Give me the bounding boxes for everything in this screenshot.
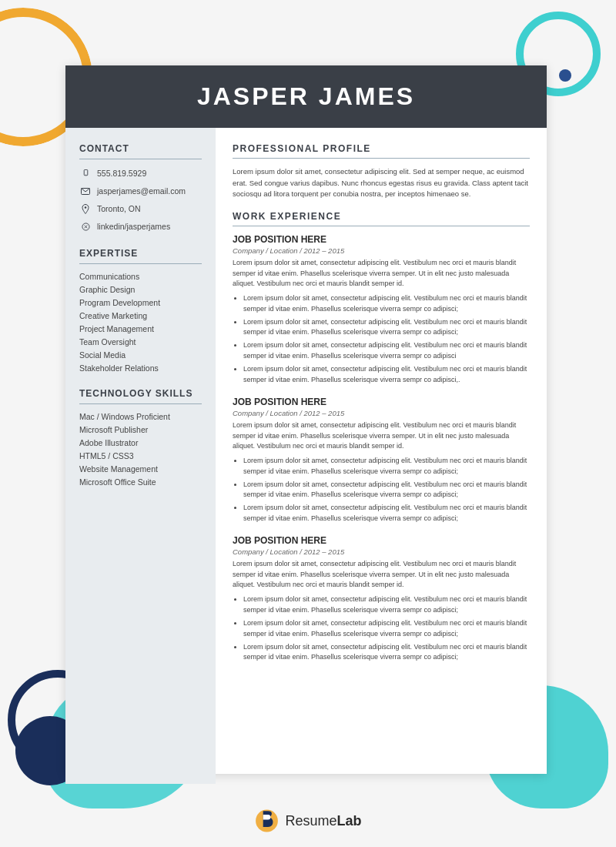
job-bullets: Lorem ipsum dolor sit amet, consectetur …	[233, 293, 530, 387]
main-content: PROFESSIONAL PROFILE Lorem ipsum dolor s…	[216, 128, 547, 784]
expertise-section: EXPERTISE CommunicationsGraphic DesignPr…	[79, 248, 202, 373]
location-text: Toronto, ON	[97, 204, 141, 213]
tech-item: Website Management	[79, 464, 202, 474]
job-desc: Lorem ipsum dolor sit amet, consectetur …	[233, 420, 530, 452]
expertise-item: Social Media	[79, 350, 202, 360]
svg-point-3	[85, 206, 87, 209]
svg-point-1	[85, 174, 86, 175]
job-desc: Lorem ipsum dolor sit amet, consectetur …	[233, 258, 530, 290]
linkedin-text: linkedin/jasperjames	[97, 222, 170, 231]
profile-text: Lorem ipsum dolor sit amet, consectetur …	[233, 166, 530, 200]
expertise-divider	[79, 263, 202, 264]
candidate-name: JASPER JAMES	[89, 82, 524, 111]
branding: ResumeLab	[254, 808, 361, 833]
phone-text: 555.819.5929	[97, 169, 146, 178]
expertise-item: Stakeholder Relations	[79, 363, 202, 373]
tech-list: Mac / Windows ProficientMicrosoft Publis…	[79, 412, 202, 487]
job-bullet: Lorem ipsum dolor sit amet, consectetur …	[243, 642, 530, 664]
job-section-2: JOB POSITION HERECompany / Location / 20…	[233, 535, 530, 663]
tech-divider	[79, 403, 202, 404]
job-section-1: JOB POSITION HERECompany / Location / 20…	[233, 397, 530, 524]
location-icon	[79, 203, 92, 215]
job-bullet: Lorem ipsum dolor sit amet, consectetur …	[243, 618, 530, 640]
work-section-title: WORK EXPERIENCE	[233, 211, 530, 222]
resume-body: CONTACT 555.819.5929	[65, 128, 547, 784]
expertise-item: Graphic Design	[79, 285, 202, 294]
tech-item: Microsoft Office Suite	[79, 477, 202, 487]
job-bullet: Lorem ipsum dolor sit amet, consectetur …	[243, 456, 530, 477]
email-item: jasperjames@email.com	[79, 185, 202, 197]
tech-item: Adobe Illustrator	[79, 438, 202, 447]
expertise-list: CommunicationsGraphic DesignProgram Deve…	[79, 272, 202, 373]
bg-decoration-dot	[559, 69, 571, 82]
job-bullet: Lorem ipsum dolor sit amet, consectetur …	[243, 317, 530, 339]
resumelab-logo	[254, 808, 279, 833]
job-meta: Company / Location / 2012 – 2015	[233, 409, 530, 417]
job-section-0: JOB POSITION HERECompany / Location / 20…	[233, 234, 530, 386]
resume-header: JASPER JAMES	[65, 65, 547, 128]
job-meta: Company / Location / 2012 – 2015	[233, 246, 530, 255]
contact-section: CONTACT 555.819.5929	[79, 143, 202, 233]
linkedin-item: linkedin/jasperjames	[79, 220, 202, 233]
expertise-item: Program Development	[79, 298, 202, 307]
profile-divider	[233, 158, 530, 159]
job-bullet: Lorem ipsum dolor sit amet, consectetur …	[243, 293, 530, 315]
linkedin-icon	[79, 220, 92, 233]
job-bullets: Lorem ipsum dolor sit amet, consectetur …	[233, 594, 530, 664]
job-bullet: Lorem ipsum dolor sit amet, consectetur …	[243, 340, 530, 362]
work-divider	[233, 226, 530, 226]
email-text: jasperjames@email.com	[97, 186, 186, 196]
tech-item: Microsoft Publisher	[79, 425, 202, 434]
sidebar: CONTACT 555.819.5929	[65, 128, 216, 784]
job-meta: Company / Location / 2012 – 2015	[233, 547, 530, 556]
phone-item: 555.819.5929	[79, 167, 202, 179]
brand-name: ResumeLab	[285, 813, 361, 829]
job-bullet: Lorem ipsum dolor sit amet, consectetur …	[243, 503, 530, 524]
expertise-item: Creative Marketing	[79, 311, 202, 320]
tech-item: Mac / Windows Proficient	[79, 412, 202, 421]
tech-section: TECHNOLOGY SKILLS Mac / Windows Proficie…	[79, 388, 202, 487]
resume-document: JASPER JAMES CONTACT 555.819.5929	[65, 65, 547, 774]
location-item: Toronto, ON	[79, 203, 202, 215]
expertise-title: EXPERTISE	[79, 248, 202, 259]
profile-section-title: PROFESSIONAL PROFILE	[233, 143, 530, 154]
contact-title: CONTACT	[79, 143, 202, 154]
email-icon	[79, 185, 92, 197]
job-desc: Lorem ipsum dolor sit amet, consectetur …	[233, 559, 530, 591]
job-title: JOB POSITION HERE	[233, 535, 530, 546]
job-bullet: Lorem ipsum dolor sit amet, consectetur …	[243, 480, 530, 501]
tech-title: TECHNOLOGY SKILLS	[79, 388, 202, 399]
job-title: JOB POSITION HERE	[233, 397, 530, 407]
jobs-container: JOB POSITION HERECompany / Location / 20…	[233, 234, 530, 663]
job-bullet: Lorem ipsum dolor sit amet, consectetur …	[243, 594, 530, 616]
job-bullets: Lorem ipsum dolor sit amet, consectetur …	[233, 456, 530, 525]
expertise-item: Project Management	[79, 324, 202, 333]
phone-icon	[79, 167, 92, 179]
tech-item: HTML5 / CSS3	[79, 451, 202, 460]
contact-divider	[79, 159, 202, 159]
job-title: JOB POSITION HERE	[233, 234, 530, 245]
expertise-item: Team Oversight	[79, 337, 202, 346]
expertise-item: Communications	[79, 272, 202, 281]
job-bullet: Lorem ipsum dolor sit amet, consectetur …	[243, 364, 530, 386]
